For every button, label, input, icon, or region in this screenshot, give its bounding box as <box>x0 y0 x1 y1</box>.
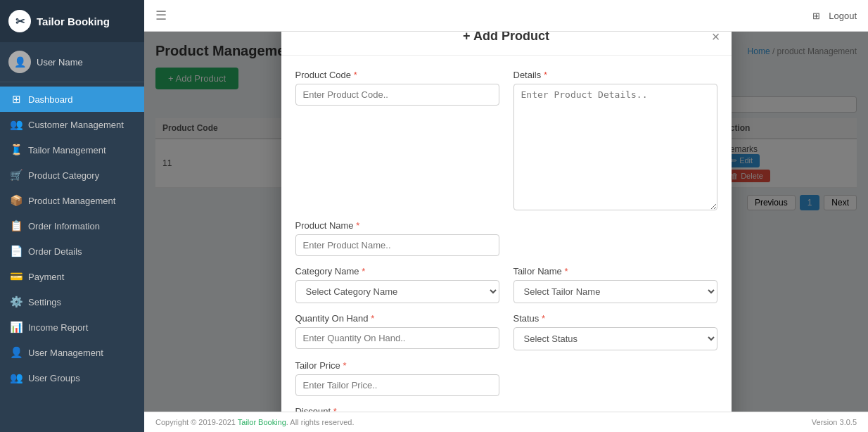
form-row-3: Category Name * Select Category Name Tai… <box>295 266 717 303</box>
sidebar-item-label: User Groups <box>28 373 80 383</box>
category-icon: 🛒 <box>10 169 23 182</box>
payment-icon: 💳 <box>10 270 23 283</box>
form-col-status: Status * Select Status <box>513 313 717 350</box>
details-textarea[interactable] <box>513 84 717 210</box>
sidebar-item-dashboard[interactable]: ⊞ Dashboard <box>0 87 144 112</box>
sidebar-item-user-groups[interactable]: 👥 User Groups <box>0 365 144 390</box>
form-col-tailor-name: Tailor Name * Select Tailor Name <box>513 266 717 303</box>
sidebar-item-order-details[interactable]: 📄 Order Details <box>0 239 144 264</box>
sidebar-item-tailor-management[interactable]: 🧵 Tailor Management <box>0 137 144 163</box>
logout-button[interactable]: Logout <box>829 11 857 21</box>
sidebar-item-label: Product Category <box>28 170 99 181</box>
modal-overlay[interactable]: + Add Product × Product Code * <box>144 32 868 412</box>
form-col-spacer <box>513 220 717 256</box>
user-mgmt-icon: 👤 <box>10 346 23 359</box>
sidebar-item-payment[interactable]: 💳 Payment <box>0 264 144 289</box>
brand-icon: ✂ <box>8 10 31 32</box>
category-name-select[interactable]: Select Category Name <box>295 280 499 303</box>
sidebar-item-product-category[interactable]: 🛒 Product Category <box>0 163 144 188</box>
customer-icon: 👥 <box>10 118 23 131</box>
status-select[interactable]: Select Status <box>513 327 717 350</box>
sidebar-item-label: Dashboard <box>28 94 73 105</box>
sidebar-item-label: User Management <box>28 348 103 358</box>
details-label: Details * <box>513 70 717 80</box>
modal-header: + Add Product × <box>281 32 732 56</box>
form-col-details: Details * <box>513 70 717 210</box>
product-icon: 📦 <box>10 194 23 207</box>
user-groups-icon: 👥 <box>10 371 23 384</box>
tailor-price-label: Tailor Price * <box>295 360 499 371</box>
order-info-icon: 📋 <box>10 220 23 232</box>
quantity-input[interactable] <box>295 327 499 349</box>
form-col-empty-5 <box>513 360 717 396</box>
footer-brand-link[interactable]: Tailor Booking <box>238 418 286 426</box>
quantity-label: Quantity On Hand * <box>295 313 499 324</box>
grid-icon: ⊞ <box>812 11 820 21</box>
sidebar: ✂ Tailor Booking 👤 User Name ⊞ Dashboard… <box>0 0 144 432</box>
avatar: 👤 <box>8 51 31 73</box>
modal-close-button[interactable]: × <box>712 32 720 44</box>
username: User Name <box>37 57 83 68</box>
form-col-category: Category Name * Select Category Name <box>295 266 499 303</box>
footer-version: Version 3.0.5 <box>812 418 857 426</box>
product-name-label: Product Name * <box>295 220 499 231</box>
footer: Copyright © 2019-2021 Tailor Booking. Al… <box>144 412 868 432</box>
sidebar-item-label: Payment <box>28 272 64 282</box>
status-label: Status * <box>513 313 717 324</box>
add-product-modal: + Add Product × Product Code * <box>281 32 732 412</box>
product-name-input[interactable] <box>295 234 499 256</box>
dashboard-icon: ⊞ <box>10 93 23 106</box>
form-col-discount: Discount * <box>295 406 499 412</box>
discount-label: Discount * <box>295 406 499 412</box>
report-icon: 📊 <box>10 321 23 333</box>
sidebar-item-user-management[interactable]: 👤 User Management <box>0 340 144 365</box>
content-area: Product Management Home / product Manage… <box>144 32 868 412</box>
product-code-label: Product Code * <box>295 70 499 80</box>
form-col-product-name: Product Name * <box>295 220 499 256</box>
tailor-icon: 🧵 <box>10 144 23 156</box>
settings-icon: ⚙️ <box>10 296 23 308</box>
sidebar-item-label: Order Details <box>28 246 82 257</box>
form-row-4: Quantity On Hand * Status * Select <box>295 313 717 350</box>
brand-name: Tailor Booking <box>37 15 110 27</box>
footer-copyright: Copyright © 2019-2021 Tailor Booking. Al… <box>155 418 354 426</box>
sidebar-item-label: Product Management <box>28 196 115 206</box>
sidebar-item-product-management[interactable]: 📦 Product Management <box>0 188 144 213</box>
form-col-tailor-price: Tailor Price * <box>295 360 499 396</box>
tailor-name-select[interactable]: Select Tailor Name <box>513 280 717 303</box>
form-row-6: Discount * <box>295 406 717 412</box>
sidebar-item-income-report[interactable]: 📊 Income Report <box>0 315 144 340</box>
form-col-empty-6 <box>513 406 717 412</box>
order-details-icon: 📄 <box>10 245 23 258</box>
form-row-5: Tailor Price * <box>295 360 717 396</box>
form-col-product-code: Product Code * <box>295 70 499 210</box>
menu-toggle-button[interactable]: ☰ <box>155 8 167 23</box>
sidebar-user: 👤 User Name <box>0 42 144 82</box>
sidebar-brand: ✂ Tailor Booking <box>0 0 144 42</box>
tailor-price-input[interactable] <box>295 374 499 396</box>
tailor-name-label: Tailor Name * <box>513 266 717 277</box>
sidebar-item-settings[interactable]: ⚙️ Settings <box>0 289 144 315</box>
modal-body: Product Code * Details * <box>281 56 732 412</box>
sidebar-item-label: Settings <box>28 297 61 307</box>
topbar-right: ⊞ Logout <box>812 11 857 21</box>
sidebar-item-label: Income Report <box>28 322 88 333</box>
product-code-input[interactable] <box>295 84 499 106</box>
main-content: ☰ ⊞ Logout Product Management Home / pro… <box>144 0 868 432</box>
modal-title: + Add Product <box>463 32 549 44</box>
sidebar-item-order-information[interactable]: 📋 Order Information <box>0 213 144 239</box>
sidebar-nav: ⊞ Dashboard 👥 Customer Management 🧵 Tail… <box>0 82 144 432</box>
form-row-1: Product Code * Details * <box>295 70 717 210</box>
category-name-label: Category Name * <box>295 266 499 277</box>
topbar: ☰ ⊞ Logout <box>144 0 868 32</box>
sidebar-item-customer-management[interactable]: 👥 Customer Management <box>0 112 144 137</box>
sidebar-item-label: Customer Management <box>28 120 124 130</box>
form-row-2: Product Name * <box>295 220 717 256</box>
form-col-quantity: Quantity On Hand * <box>295 313 499 350</box>
sidebar-item-label: Order Information <box>28 221 100 231</box>
sidebar-item-label: Tailor Management <box>28 145 106 155</box>
